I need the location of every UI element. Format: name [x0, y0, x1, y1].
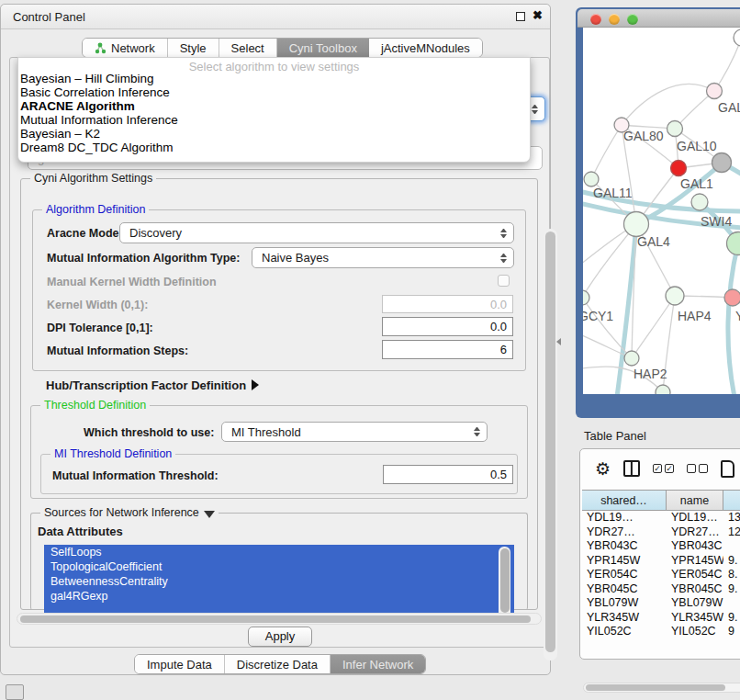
network-node[interactable] [724, 289, 740, 306]
attribute-item[interactable]: TopologicalCoefficient [44, 559, 514, 574]
data-attributes-list[interactable]: SelfLoopsTopologicalCoefficientBetweenne… [44, 545, 514, 622]
algorithm-option[interactable]: Basic Correlation Inference [18, 85, 530, 99]
select-all-checkboxes-icon[interactable]: ✓✓ [653, 464, 674, 473]
table-row[interactable]: YPR145WYPR145W9. [582, 554, 740, 569]
table-row[interactable]: YLR345WYLR345W9. [582, 611, 740, 626]
which-threshold-combo[interactable]: MI Threshold [221, 422, 488, 442]
column-header-name[interactable]: name [667, 491, 723, 510]
deselect-all-checkboxes-icon[interactable] [687, 464, 708, 473]
table-cell: YDL19… [582, 511, 667, 525]
table-toolbar: ⚙ ✓✓ [580, 449, 740, 488]
cyni-settings-legend: Cyni Algorithm Settings [30, 172, 156, 185]
network-node[interactable] [583, 290, 589, 305]
manual-kernel-checkbox[interactable] [498, 275, 510, 287]
bottom-tab-infer-network[interactable]: Infer Network [331, 655, 425, 673]
table-cell: YPR145W [582, 554, 667, 569]
float-panel-icon[interactable] [516, 12, 525, 21]
tab-network[interactable]: Network [83, 39, 168, 57]
network-view-window: GALGAL80GAL10GAL1GAL11SWI4GAL4GCY1HAP4YH… [576, 7, 740, 418]
network-node[interactable] [584, 172, 599, 186]
aracne-mode-combo[interactable]: Discovery [119, 222, 514, 243]
settings-vertical-scrollbar[interactable] [544, 229, 557, 660]
collapsed-arrow-icon [252, 379, 259, 390]
mi-threshold-field[interactable]: 0.5 [383, 465, 513, 484]
attribute-item[interactable]: gal4RGexp [44, 589, 514, 604]
network-node-label: GAL10 [677, 139, 717, 153]
network-node[interactable] [691, 194, 708, 210]
sources-legend[interactable]: Sources for Network Inference [40, 506, 219, 519]
table-row[interactable]: YBL079WYBL079W [582, 596, 740, 611]
network-canvas[interactable]: GALGAL80GAL10GAL1GAL11SWI4GAL4GCY1HAP4YH… [583, 28, 740, 394]
network-window-titlebar[interactable] [577, 9, 740, 28]
network-node[interactable] [624, 351, 639, 366]
bottom-tabstrip: Impute DataDiscretize DataInfer Network [134, 654, 426, 674]
network-node[interactable] [671, 161, 687, 176]
which-threshold-value: MI Threshold [231, 425, 301, 439]
network-node[interactable] [666, 287, 684, 305]
network-node[interactable] [727, 232, 740, 255]
attribute-item[interactable]: BetweennessCentrality [44, 574, 514, 589]
spinner-arrows-icon [474, 427, 480, 436]
tab-style[interactable]: Style [168, 39, 219, 57]
hub-definition-label: Hub/Transcription Factor Definition [46, 378, 246, 392]
table-cell: YBL079W [582, 596, 667, 611]
settings-horizontal-scrollbar[interactable] [17, 613, 542, 625]
panel-collapse-arrow[interactable] [556, 338, 561, 345]
network-node-label: GAL4 [637, 234, 670, 249]
network-node[interactable] [707, 84, 723, 99]
column-header-shared[interactable]: shared… [582, 491, 667, 510]
close-traffic-light-icon[interactable] [590, 14, 601, 25]
which-threshold-label: Which threshold to use: [84, 426, 214, 439]
tab-label: jActiveMNodules [381, 41, 470, 55]
algorithm-option[interactable]: Bayesian – Hill Climbing [18, 72, 530, 85]
network-node[interactable] [667, 121, 683, 137]
table-panel-title: Table Panel [584, 429, 646, 443]
table-cell: YBR045C [582, 582, 667, 597]
table-horizontal-scrollbar[interactable] [583, 683, 740, 693]
split-columns-icon[interactable] [623, 460, 640, 477]
algorithm-option[interactable]: ARACNE Algorithm [18, 99, 530, 113]
minimize-traffic-light-icon[interactable] [609, 14, 620, 25]
table-cell: YPR145W [667, 554, 723, 569]
mi-steps-field[interactable]: 6 [382, 340, 513, 359]
attributes-scrollbar[interactable] [499, 547, 510, 618]
close-panel-icon[interactable]: ✖ [533, 8, 543, 22]
network-node-label: GAL80 [623, 129, 664, 143]
table-row[interactable]: YBR045CYBR045C9. [582, 582, 740, 597]
network-node[interactable] [734, 29, 740, 46]
table-cell: YBL079W [667, 596, 723, 611]
bottom-tab-impute-data[interactable]: Impute Data [135, 655, 225, 673]
zoom-traffic-light-icon[interactable] [627, 14, 638, 25]
column-header-A[interactable]: A [723, 491, 740, 510]
table-cell: 9. [723, 611, 740, 626]
spinner-arrows-icon [532, 105, 538, 114]
dpi-tolerance-field[interactable]: 0.0 [382, 317, 513, 336]
table-row[interactable]: YDL19…YDL19…13 [582, 511, 740, 525]
hub-definition-toggle[interactable]: Hub/Transcription Factor Definition [46, 378, 259, 392]
network-node-label: GAL11 [593, 186, 633, 200]
network-node[interactable] [624, 212, 649, 237]
algorithm-option[interactable]: Dream8 DC_TDC Algorithm [18, 141, 530, 154]
table-cell: 12 [723, 525, 740, 540]
mi-type-combo[interactable]: Naive Bayes [252, 247, 514, 268]
table-row[interactable]: YDR27…YDR27…12 [582, 525, 740, 540]
algorithm-option[interactable]: Mutual Information Inference [18, 113, 530, 127]
gear-icon[interactable]: ⚙ [595, 460, 611, 478]
apply-button[interactable]: Apply [248, 627, 312, 647]
minimized-panel-icon[interactable] [6, 684, 24, 700]
algorithm-option[interactable]: Bayesian – K2 [18, 127, 530, 141]
bottom-tab-discretize-data[interactable]: Discretize Data [225, 655, 331, 673]
tab-cyni-toolbox[interactable]: Cyni Toolbox [277, 39, 369, 57]
tab-jactivemnodules[interactable]: jActiveMNodules [369, 39, 482, 57]
kernel-width-field[interactable]: 0.0 [382, 295, 513, 313]
network-node[interactable] [712, 153, 732, 173]
network-node[interactable] [656, 385, 670, 394]
attribute-item[interactable]: SelfLoops [44, 545, 514, 559]
table-cell: YBR043C [667, 539, 723, 554]
new-table-icon[interactable] [721, 460, 734, 478]
table-row[interactable]: YER054CYER054C8. [582, 568, 740, 582]
table-row[interactable]: YIL052CYIL052C9 [582, 625, 740, 639]
table-cell: YER054C [582, 568, 667, 582]
table-row[interactable]: YBR043CYBR043C [582, 539, 740, 554]
tab-select[interactable]: Select [219, 39, 277, 57]
